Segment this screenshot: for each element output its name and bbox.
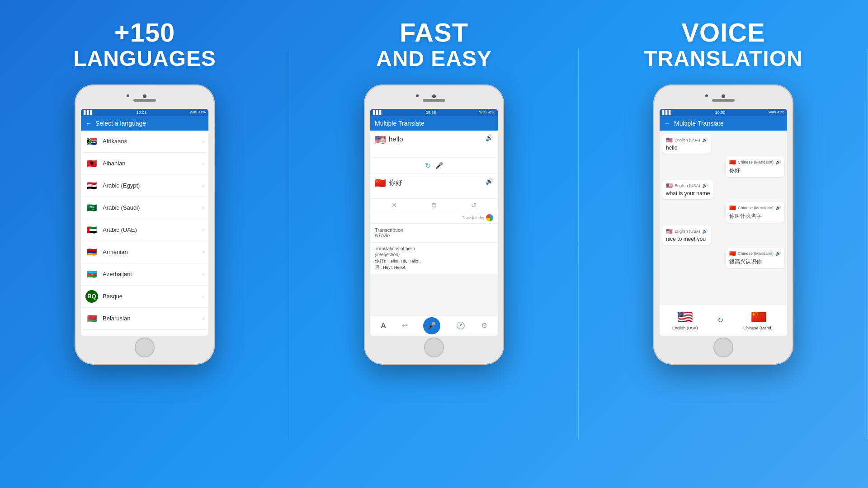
app-header-title-3: Multiple Translate: [674, 120, 724, 127]
copy-icon[interactable]: ⧉: [432, 202, 436, 209]
phone-ear-1: [127, 94, 129, 97]
chat-lang-row: 🇨🇳 Chinese (Mandarin) 🔊: [729, 205, 781, 211]
list-item[interactable]: 🇿🇦 Afrikaans ›: [81, 131, 208, 153]
chat-bubble: 🇺🇸 English (USA) 🔊 what is your name: [662, 180, 713, 199]
chevron-icon: ›: [202, 315, 204, 322]
language-list: 🇿🇦 Afrikaans › 🇦🇱 Albanian › 🇪🇬 Arabic (…: [81, 131, 208, 336]
chat-text-nihao: 你好: [729, 167, 781, 174]
chat-area: 🇺🇸 English (USA) 🔊 hello 🇨🇳 Chinese (Man…: [660, 131, 787, 304]
list-item[interactable]: 🇦🇿 Azerbaijani ›: [81, 263, 208, 286]
phone-speaker-3: [712, 99, 735, 102]
history-icon[interactable]: 🕐: [456, 321, 465, 330]
flag-cn-2: 🇨🇳: [729, 205, 736, 211]
flag-cn-3: 🇨🇳: [729, 250, 736, 257]
text-icon[interactable]: A: [381, 322, 386, 330]
chat-lang-row: 🇺🇸 English (USA) 🔊: [666, 183, 710, 189]
phone-screen-2: ▋▋▋ 09:58 WiFi 42% Multiple Translate 🇺🇸…: [370, 109, 498, 336]
panel3-title-line2: TRANSLATION: [644, 47, 802, 71]
chat-lang-row: 🇨🇳 Chinese (Mandarin) 🔊: [729, 159, 781, 165]
flag-armenian: 🇦🇲: [85, 246, 98, 258]
speaker-icon-4[interactable]: 🔊: [775, 205, 781, 210]
panel3-title-line1: VOICE: [644, 18, 802, 47]
lang-selector-english[interactable]: 🇺🇸 English (USA): [672, 310, 698, 330]
phone-speaker-2: [423, 99, 445, 102]
list-item[interactable]: 🇧🇩 Bengali ›: [81, 330, 208, 336]
flag-cn-1: 🇨🇳: [729, 159, 736, 165]
panel-languages: +150 LANGUAGES ▋▋▋ 10:01 WiFi 41% ← Sele…: [0, 0, 289, 488]
panel-voice: VOICE TRANSLATION ▋▋▋ 10:00 WiFi 41% ← M…: [579, 0, 868, 488]
flag-basque: BQ: [85, 290, 98, 303]
panel1-title-line1: +150: [73, 18, 216, 47]
settings-icon[interactable]: ⚙: [481, 321, 487, 330]
lang-name-belarusian: Belarusian: [103, 315, 198, 322]
home-button-3[interactable]: [713, 338, 733, 357]
lang-label-cn-2: Chinese (Mandarin): [738, 206, 774, 210]
phone-2: ▋▋▋ 09:58 WiFi 42% Multiple Translate 🇺🇸…: [364, 84, 504, 365]
refresh-icon[interactable]: ↻: [425, 161, 431, 170]
status-time-1: 10:01: [137, 110, 147, 115]
flag-en-1: 🇺🇸: [666, 137, 673, 143]
list-item[interactable]: 🇧🇾 Belarusian ›: [81, 308, 208, 330]
phone-home-2: [370, 338, 498, 357]
translations-of-label: Translations of hello: [375, 246, 493, 251]
selector-label-en: English (USA): [672, 326, 698, 330]
source-text[interactable]: hello: [389, 134, 483, 143]
mic-area: ↻ 🎤: [370, 158, 498, 174]
list-item[interactable]: BQ Basque ›: [81, 286, 208, 308]
speaker-icon-source[interactable]: 🔊: [486, 134, 493, 141]
phone-ear-3: [705, 94, 708, 97]
phone-ear-2: [416, 94, 419, 97]
speaker-icon-6[interactable]: 🔊: [775, 251, 781, 256]
list-item[interactable]: 🇪🇬 Arabic (Egypt) ›: [81, 175, 208, 197]
flag-en-2: 🇺🇸: [666, 183, 673, 189]
rotate-icon[interactable]: ↩: [402, 321, 408, 330]
close-icon[interactable]: ✕: [392, 202, 397, 209]
phone-3: ▋▋▋ 10:00 WiFi 41% ← Multiple Translate …: [653, 84, 793, 365]
phone-speaker-1: [133, 99, 156, 102]
flag-arabic-uae: 🇦🇪: [85, 224, 98, 236]
chevron-icon: ›: [202, 160, 204, 167]
wifi-icon: WiFi: [190, 110, 197, 114]
chat-bubble: 🇺🇸 English (USA) 🔊 nice to meet you: [662, 225, 711, 245]
mic-button[interactable]: 🎤: [423, 317, 440, 334]
list-item[interactable]: 🇸🇦 Arabic (Saudi) ›: [81, 197, 208, 219]
selector-flag-cn: 🇨🇳: [751, 310, 767, 324]
panel1-title-line2: LANGUAGES: [73, 47, 216, 71]
list-item[interactable]: 🇦🇲 Armenian ›: [81, 241, 208, 263]
list-item[interactable]: 🇦🇪 Arabic (UAE) ›: [81, 219, 208, 241]
wifi-icon-2: WiFi: [479, 110, 486, 114]
speaker-icon-2[interactable]: 🔊: [775, 160, 781, 164]
speaker-icon-result[interactable]: 🔊: [486, 178, 493, 185]
speaker-icon-3[interactable]: 🔊: [702, 183, 708, 188]
chevron-icon: ›: [202, 227, 204, 233]
phone-screen-3: ▋▋▋ 10:00 WiFi 41% ← Multiple Translate …: [660, 109, 787, 336]
swap-languages-icon[interactable]: ↻: [717, 316, 723, 324]
flag-arabic-egypt: 🇪🇬: [85, 179, 98, 192]
list-item[interactable]: 🇦🇱 Albanian ›: [81, 153, 208, 175]
action-toolbar: ✕ ⧉ ↺: [370, 198, 498, 212]
lang-selector-chinese[interactable]: 🇨🇳 Chinese (Mand...: [743, 310, 774, 330]
back-arrow-3[interactable]: ←: [664, 120, 670, 127]
chat-bubble: 🇨🇳 Chinese (Mandarin) 🔊 你叫什么名字: [726, 202, 784, 223]
interjection-label: (interjection): [375, 252, 493, 257]
lang-name-afrikaans: Afrikaans: [103, 138, 198, 145]
home-button-2[interactable]: [424, 338, 444, 357]
wifi-icon-3: WiFi: [769, 110, 776, 114]
translation-example-2: 喂!: Hey!, Hello!,: [375, 264, 493, 271]
lang-label-en-1: English (USA): [675, 138, 700, 142]
chevron-icon: ›: [202, 293, 204, 300]
home-button-1[interactable]: [135, 338, 155, 357]
selector-label-cn: Chinese (Mand...: [743, 326, 774, 330]
refresh-icon-2[interactable]: ↺: [471, 202, 476, 209]
back-arrow-1[interactable]: ←: [85, 120, 92, 127]
phone-camera-3: [722, 94, 725, 98]
status-bar-2: ▋▋▋ 09:58 WiFi 42%: [370, 109, 498, 116]
chevron-icon: ›: [202, 271, 204, 277]
translation-example-1: 你好!: Hello!, Hi!, Hallo!,: [375, 258, 493, 264]
app-header-title-1: Select a language: [95, 120, 146, 127]
speaker-icon-1[interactable]: 🔊: [702, 137, 708, 142]
chat-text-gaoxing: 很高兴认识你: [729, 258, 781, 266]
speaker-icon-5[interactable]: 🔊: [702, 229, 708, 234]
mic-icon-middle[interactable]: 🎤: [435, 162, 443, 169]
chat-text-hello: hello: [666, 145, 708, 151]
